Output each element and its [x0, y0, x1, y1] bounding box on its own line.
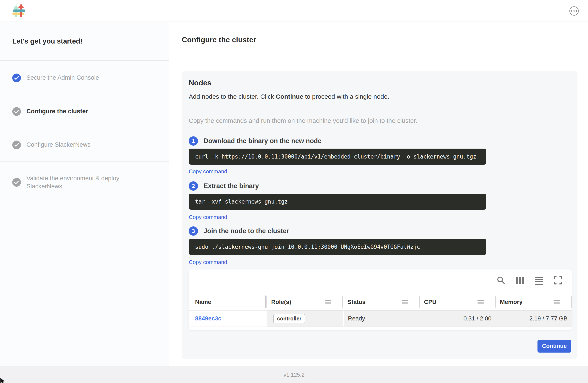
table-header: Name Role(s) Status	[189, 294, 572, 311]
nodes-section-title: Nodes	[189, 79, 211, 87]
continue-button[interactable]: Continue	[538, 340, 571, 353]
more-options-button[interactable]	[569, 6, 579, 16]
sidebar-step-configure-slackernews: Configure SlackerNews	[0, 128, 169, 162]
role-badge: controller	[273, 314, 305, 323]
slackernews-logo-icon	[12, 3, 26, 18]
column-header-cpu[interactable]: CPU	[420, 294, 496, 310]
admin-console-app: Let's get you started! Secure the Admin …	[0, 0, 588, 383]
step-3-title: Join the node to the cluster	[204, 227, 289, 235]
sidebar-step-label: Secure the Admin Console	[26, 74, 99, 82]
step-3-heading: 3 Join the node to the cluster	[189, 226, 289, 236]
nodes-table-panel: Name Role(s) Status	[189, 270, 572, 330]
sidebar-step-label: Validate the environment & deploy Slacke…	[26, 174, 141, 190]
step-1-number-badge: 1	[189, 136, 198, 146]
column-header-status[interactable]: Status	[343, 294, 420, 310]
step-1-command-code: curl -k https://10.0.0.11:30000/api/v1/e…	[189, 149, 486, 165]
density-icon[interactable]	[534, 276, 544, 285]
check-circle-gray-icon	[12, 141, 21, 149]
fullscreen-icon[interactable]	[553, 276, 563, 285]
step-3-command-code: sudo ./slackernews-gnu join 10.0.0.11:30…	[189, 239, 486, 255]
node-status-cell: Ready	[343, 311, 420, 327]
sidebar-step-configure-cluster: Configure the cluster	[0, 95, 169, 128]
drag-handle-icon[interactable]	[554, 300, 560, 303]
version-label: v1.125.2	[283, 372, 305, 378]
mouse-cursor	[0, 378, 5, 383]
drag-handle-icon[interactable]	[478, 300, 484, 303]
step-2-title: Extract the binary	[204, 182, 259, 190]
columns-icon[interactable]	[515, 276, 525, 285]
node-name-cell: 8849ec3c	[189, 311, 267, 327]
search-icon[interactable]	[496, 276, 506, 285]
top-header	[0, 0, 588, 22]
sidebar-step-label: Configure SlackerNews	[26, 141, 90, 149]
ellipsis-icon	[571, 10, 572, 12]
column-header-name[interactable]: Name	[189, 294, 267, 310]
step-1-heading: 1 Download the binary on the new node	[189, 136, 321, 146]
table-row: 8849ec3c controller Ready 0.31 / 2.00 2.…	[189, 311, 572, 327]
step-2-number-badge: 2	[189, 181, 198, 191]
node-roles-cell: controller	[267, 311, 343, 327]
step-1-copy-command-link[interactable]: Copy command	[189, 168, 227, 175]
check-circle-gray-icon	[12, 107, 21, 116]
step-1-title: Download the binary on the new node	[204, 137, 321, 145]
page-title: Configure the cluster	[182, 36, 256, 44]
sidebar-title: Let's get you started!	[0, 22, 169, 61]
nodes-card: Nodes Add nodes to the cluster. Click Co…	[182, 71, 577, 359]
step-3-number-badge: 3	[189, 226, 198, 236]
table-toolbar	[496, 276, 563, 285]
column-header-memory[interactable]: Memory	[496, 294, 572, 310]
step-2-heading: 2 Extract the binary	[189, 181, 259, 191]
node-memory-cell: 2.19 / 7.77 GB	[496, 311, 572, 327]
step-2-copy-command-link[interactable]: Copy command	[189, 214, 227, 220]
sidebar-step-label: Configure the cluster	[26, 107, 88, 115]
column-resize-handle[interactable]	[571, 296, 572, 308]
column-header-roles[interactable]: Role(s)	[267, 294, 343, 310]
check-circle-blue-icon	[12, 74, 21, 82]
table-body: 8849ec3c controller Ready 0.31 / 2.00 2.…	[189, 311, 572, 327]
sidebar-step-secure-admin-console: Secure the Admin Console	[0, 61, 169, 95]
step-2-command-code: tar -xvf slackernews-gnu.tgz	[189, 194, 486, 210]
drag-handle-icon[interactable]	[325, 300, 331, 303]
main-content: Configure the cluster Nodes Add nodes to…	[169, 22, 588, 367]
node-cpu-cell: 0.31 / 2.00	[420, 311, 496, 327]
page-footer: v1.125.2	[0, 366, 588, 383]
title-divider	[182, 58, 577, 58]
step-3-copy-command-link[interactable]: Copy command	[189, 259, 227, 265]
nodes-intro-text: Add nodes to the cluster. Click Continue…	[189, 93, 389, 100]
join-instruction-text: Copy the commands and run them on the ma…	[189, 117, 417, 124]
nodes-table: Name Role(s) Status	[189, 294, 572, 327]
sidebar-step-validate-deploy: Validate the environment & deploy Slacke…	[0, 162, 169, 203]
check-circle-gray-icon	[12, 178, 21, 187]
setup-sidebar: Let's get you started! Secure the Admin …	[0, 22, 169, 367]
node-name-link[interactable]: 8849ec3c	[195, 315, 222, 322]
drag-handle-icon[interactable]	[401, 300, 408, 303]
column-resize-handle[interactable]	[265, 296, 267, 308]
